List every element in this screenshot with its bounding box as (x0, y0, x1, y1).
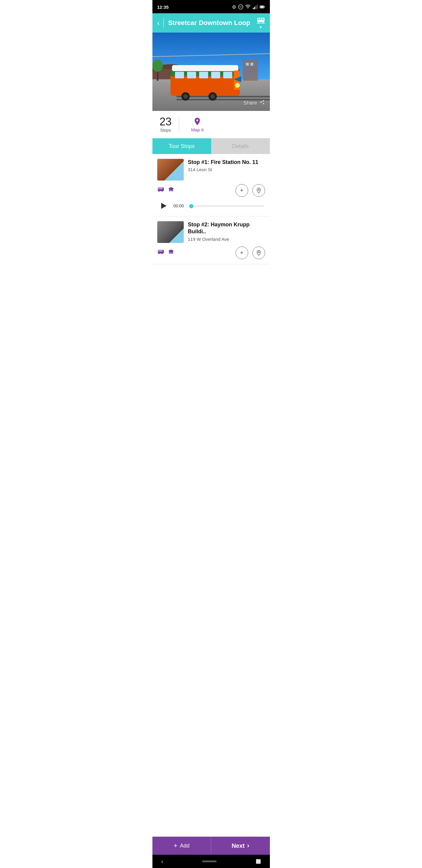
svg-rect-12 (260, 19, 261, 20)
stop-2-location-icon (256, 250, 262, 256)
svg-rect-47 (160, 188, 161, 189)
svg-rect-11 (258, 19, 259, 20)
stop-1-audio-time: 00:00 (173, 204, 185, 208)
share-label: Share (244, 100, 257, 106)
stop-2-museum-tag-icon (167, 249, 175, 257)
svg-rect-27 (187, 72, 196, 79)
svg-point-36 (184, 94, 188, 98)
header: ‹ Streetcar Downtown Loop ▾ (153, 13, 270, 33)
share-icon-svg (259, 99, 265, 105)
fire-station-thumb (157, 159, 184, 181)
svg-rect-28 (199, 72, 208, 79)
svg-point-44 (153, 60, 163, 72)
stops-stat: 23 Stops (160, 116, 179, 133)
stop-2-building-tag-svg (167, 249, 175, 255)
signal-icon (252, 4, 258, 10)
stop-list: Stop #1: Fire Station No. 11 314 Leon St (153, 154, 270, 288)
stop-2-add-button[interactable]: + (235, 247, 248, 259)
hero-image: Share (153, 33, 270, 111)
header-divider (163, 18, 164, 28)
battery-icon (260, 4, 265, 10)
map-pin-icon (193, 117, 202, 126)
settings-icon: ⚙ (232, 4, 236, 10)
svg-point-2 (247, 8, 248, 9)
svg-rect-6 (257, 4, 258, 9)
stop-2-actions: + (235, 247, 265, 259)
stop-2-address: 119 W Overland Ave (188, 237, 265, 242)
stop-item-2: Stop #2: Haymon Krupp Buildi.. 119 W Ove… (153, 216, 270, 264)
stop-1-location-icon (256, 187, 262, 193)
svg-rect-3 (253, 8, 254, 9)
svg-point-50 (161, 191, 162, 192)
svg-rect-41 (246, 63, 249, 66)
stop-2-info: Stop #2: Haymon Krupp Buildi.. 119 W Ove… (188, 221, 265, 243)
svg-rect-5 (255, 6, 256, 9)
status-icons: ⚙ (232, 4, 265, 10)
status-time: 12:35 (157, 4, 169, 10)
stop-2-header: Stop #2: Haymon Krupp Buildi.. 119 W Ove… (157, 221, 265, 243)
stop-2-plus-icon: + (240, 250, 244, 256)
svg-rect-52 (158, 250, 159, 251)
stop-1-progress-dot (189, 204, 193, 208)
svg-rect-8 (260, 6, 264, 8)
stop-2-tags (157, 249, 175, 257)
map-it-button[interactable]: Map It (191, 117, 204, 132)
svg-rect-42 (250, 63, 253, 66)
svg-point-49 (158, 191, 159, 192)
tab-tour-stops[interactable]: Tour Stops (153, 138, 211, 154)
wifi-icon (245, 4, 251, 10)
svg-rect-31 (234, 70, 240, 93)
building-thumb (157, 221, 184, 243)
status-bar: 12:35 ⚙ (153, 0, 270, 13)
svg-point-55 (158, 253, 159, 254)
stop-item-1: Stop #1: Fire Station No. 11 314 Leon St (153, 154, 270, 216)
stop-1-title: Stop #1: Fire Station No. 11 (188, 159, 265, 166)
svg-rect-48 (161, 188, 162, 189)
stop-1-map-button[interactable] (252, 184, 265, 197)
svg-point-32 (235, 83, 240, 88)
tour-icon (257, 17, 265, 26)
stop-1-header: Stop #1: Fire Station No. 11 314 Leon St (157, 159, 265, 181)
stop-2-streetcar-tag-icon (157, 249, 164, 257)
svg-rect-21 (176, 96, 270, 97)
tab-details[interactable]: Details (211, 138, 270, 154)
header-icon-wrapper: ▾ (257, 17, 265, 29)
stop-1-play-button[interactable] (158, 200, 169, 211)
stop-1-actions: + (235, 184, 265, 197)
svg-rect-13 (262, 19, 264, 20)
stop-2-thumbnail (157, 221, 184, 243)
stops-label: Stops (160, 128, 171, 133)
play-triangle-icon (161, 203, 167, 209)
svg-rect-46 (158, 188, 159, 189)
stops-count: 23 (160, 116, 172, 127)
stop-2-map-button[interactable] (252, 247, 265, 259)
streetcar-tag-icon (157, 187, 164, 194)
share-icon (259, 99, 265, 107)
stop-1-thumbnail (157, 159, 184, 181)
stop-1-audio: 00:00 (157, 200, 265, 211)
svg-point-38 (210, 94, 215, 98)
map-it-label: Map It (191, 127, 204, 132)
back-button[interactable]: ‹ (157, 19, 160, 27)
stop-1-progress-bar (189, 206, 264, 207)
svg-rect-26 (175, 72, 184, 79)
stop-1-meta: + (157, 184, 265, 197)
plus-icon: + (240, 187, 244, 194)
svg-rect-25 (172, 65, 238, 71)
tabs: Tour Stops Details (153, 138, 270, 154)
svg-rect-33 (170, 90, 240, 93)
svg-rect-29 (211, 72, 220, 79)
svg-rect-9 (264, 6, 264, 8)
stop-1-tags (157, 187, 175, 194)
streetcar-icon (257, 17, 265, 24)
stop-2-title: Stop #2: Haymon Krupp Buildi.. (188, 221, 265, 236)
stats-row: 23 Stops Map It (153, 111, 270, 138)
stop-1-add-button[interactable]: + (235, 184, 248, 197)
stop-1-address: 314 Leon St (188, 167, 265, 172)
chevron-down-icon[interactable]: ▾ (260, 26, 262, 29)
svg-point-56 (161, 253, 162, 254)
building-tag-svg (167, 187, 175, 193)
header-title: Streetcar Downtown Loop (168, 19, 256, 27)
share-button[interactable]: Share (244, 99, 265, 107)
svg-rect-53 (160, 250, 161, 251)
